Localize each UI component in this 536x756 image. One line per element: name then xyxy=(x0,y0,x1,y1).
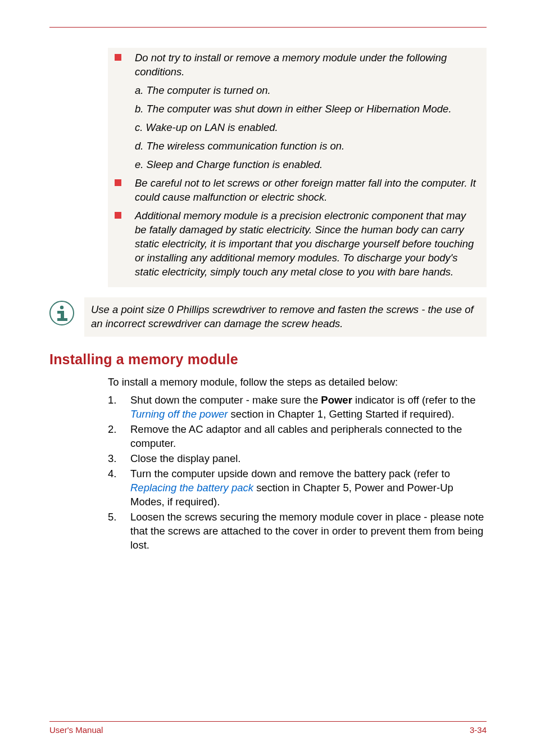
bullet-icon xyxy=(115,54,121,61)
text-fragment: Turn the computer upside down and remove… xyxy=(130,468,450,479)
info-text: Use a point size 0 Phillips screwdriver … xyxy=(91,303,479,331)
footer-left: User's Manual xyxy=(49,725,103,735)
info-box: Use a point size 0 Phillips screwdriver … xyxy=(84,297,487,337)
step-text: Loosen the screws securing the memory mo… xyxy=(130,510,487,553)
step-4: 4. Turn the computer upside down and rem… xyxy=(108,467,487,509)
footer-rule xyxy=(49,721,487,722)
svg-point-1 xyxy=(60,305,63,309)
step-text: Shut down the computer - make sure the P… xyxy=(130,393,487,422)
top-rule xyxy=(49,27,487,28)
step-text: Remove the AC adaptor and all cables and… xyxy=(130,423,487,451)
bullet-icon xyxy=(115,212,121,219)
warning-text: Additional memory module is a precision … xyxy=(135,209,480,279)
warning-sub-c: c. Wake-up on LAN is enabled. xyxy=(135,121,480,135)
step-2: 2. Remove the AC adaptor and all cables … xyxy=(108,423,487,451)
step-number: 3. xyxy=(108,452,130,466)
warning-sub-d: d. The wireless communication function i… xyxy=(135,139,480,153)
step-number: 1. xyxy=(108,393,130,422)
footer-right: 3-34 xyxy=(470,725,487,735)
step-text: Close the display panel. xyxy=(130,452,487,466)
step-3: 3. Close the display panel. xyxy=(108,452,487,466)
step-text: Turn the computer upside down and remove… xyxy=(130,467,487,509)
step-number: 5. xyxy=(108,510,130,553)
step-number: 2. xyxy=(108,423,130,451)
info-note-row: Use a point size 0 Phillips screwdriver … xyxy=(49,297,487,337)
bullet-icon xyxy=(115,179,121,186)
warning-item-1: Do not try to install or remove a memory… xyxy=(115,51,480,79)
text-fragment: section in Chapter 1, Getting Started if… xyxy=(228,408,454,420)
warning-text: Do not try to install or remove a memory… xyxy=(135,51,480,79)
info-icon xyxy=(49,301,74,325)
warning-sub-e: e. Sleep and Charge function is enabled. xyxy=(135,158,480,172)
svg-rect-4 xyxy=(57,318,67,321)
warning-sub-a: a. The computer is turned on. xyxy=(135,84,480,98)
link-replacing-battery-pack[interactable]: Replacing the battery pack xyxy=(130,482,253,494)
section-intro: To install a memory module, follow the s… xyxy=(108,375,487,390)
warning-sublist: a. The computer is turned on. b. The com… xyxy=(135,84,480,172)
steps-list: 1. Shut down the computer - make sure th… xyxy=(108,393,487,553)
warning-item-2: Be careful not to let screws or other fo… xyxy=(115,176,480,205)
warning-text: Be careful not to let screws or other fo… xyxy=(135,176,480,205)
step-1: 1. Shut down the computer - make sure th… xyxy=(108,393,487,422)
page-footer: User's Manual 3-34 xyxy=(49,721,487,735)
warning-sub-b: b. The computer was shut down in either … xyxy=(135,102,480,116)
bold-text: Power xyxy=(321,394,352,406)
text-fragment: Shut down the computer - make sure the xyxy=(130,394,321,406)
warning-item-3: Additional memory module is a precision … xyxy=(115,209,480,279)
link-turning-off-power[interactable]: Turning off the power xyxy=(130,408,228,420)
text-fragment: indicator is off (refer to the xyxy=(352,394,476,406)
step-number: 4. xyxy=(108,467,130,509)
warning-box: Do not try to install or remove a memory… xyxy=(108,48,487,287)
section-heading: Installing a memory module xyxy=(49,351,487,368)
step-5: 5. Loosen the screws securing the memory… xyxy=(108,510,487,553)
